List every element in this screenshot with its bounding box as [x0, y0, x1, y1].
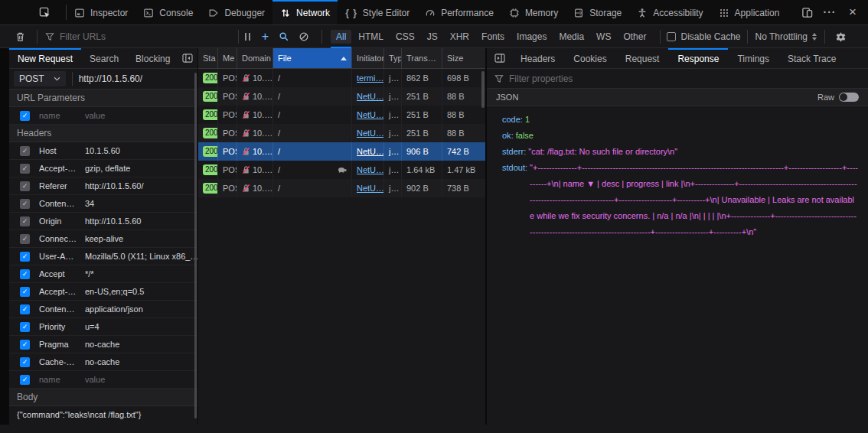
header-value-field[interactable]: no-cache: [85, 357, 197, 366]
header-value-field[interactable]: 10.1.5.60: [85, 146, 197, 155]
checkbox-checked-icon[interactable]: ✓: [20, 287, 30, 297]
tab-accessibility[interactable]: Accessibility: [629, 0, 710, 24]
checkbox-checked-icon[interactable]: ✓: [20, 269, 30, 279]
request-row[interactable]: 200 POST 10.… / NetU… j… 902 B 738 B: [198, 179, 485, 197]
type-filter-pill[interactable]: HTML: [353, 30, 389, 44]
checkbox-checked-icon[interactable]: ✓: [20, 304, 30, 314]
header-name-field[interactable]: Origin: [39, 216, 77, 226]
details-tab[interactable]: Response: [668, 48, 728, 68]
header-value-field[interactable]: no-cache: [85, 340, 197, 349]
checkbox-checked-icon[interactable]: ✓: [20, 216, 30, 226]
tab-debugger[interactable]: Debugger: [201, 0, 272, 24]
clear-requests-icon[interactable]: [11, 28, 29, 46]
responsive-design-icon[interactable]: [798, 3, 816, 21]
body-value-field[interactable]: {"command":"leaks\ncat /flag.txt"}: [9, 406, 197, 424]
checkbox-checked-icon[interactable]: ✓: [20, 164, 30, 174]
initiator-link[interactable]: NetU…: [357, 129, 384, 138]
type-filter-pill[interactable]: XHR: [445, 30, 475, 44]
initiator-link[interactable]: NetU…: [357, 147, 384, 156]
header-name-field[interactable]: Referer: [39, 181, 77, 190]
expand-panel-icon[interactable]: [494, 54, 505, 63]
type-filter-pill[interactable]: Fonts: [476, 30, 510, 44]
column-header[interactable]: Sta: [198, 48, 218, 68]
column-header[interactable]: Me: [218, 48, 237, 68]
header-name-field[interactable]: Accept-…: [39, 287, 77, 296]
header-value-field[interactable]: http://10.1.5.60: [85, 216, 197, 226]
tab-inspector[interactable]: Inspector: [67, 0, 135, 24]
request-panel-tab[interactable]: Search: [81, 48, 127, 68]
type-filter-pill[interactable]: Other: [618, 30, 651, 44]
column-header[interactable]: Domain: [237, 48, 273, 68]
checkbox-checked-icon[interactable]: ✓: [20, 252, 30, 262]
initiator-link[interactable]: NetU…: [357, 92, 384, 101]
request-row[interactable]: 200 POST 10.… / NetU… j… 251 B 88 B: [198, 87, 485, 106]
json-property-row[interactable]: code 1: [502, 112, 859, 128]
method-select[interactable]: POST: [14, 71, 66, 86]
initiator-link[interactable]: NetU…: [357, 110, 384, 119]
type-filter-pill[interactable]: Media: [553, 30, 589, 44]
column-header[interactable]: Size: [442, 48, 486, 68]
type-filter-pill[interactable]: JS: [422, 30, 443, 44]
header-value-field[interactable]: http://10.1.5.60/: [85, 181, 197, 190]
header-value-field[interactable]: value: [85, 375, 197, 384]
param-name-field[interactable]: name: [39, 111, 77, 120]
header-value-field[interactable]: Mozilla/5.0 (X11; Linux x86_…: [85, 252, 197, 261]
disable-cache-checkbox[interactable]: Disable Cache: [661, 31, 746, 42]
request-list-scrollbar[interactable]: [481, 71, 485, 108]
details-tab[interactable]: Request: [616, 48, 669, 68]
column-header[interactable]: File: [273, 48, 352, 68]
meatball-menu-icon[interactable]: ···: [821, 3, 839, 21]
header-value-field[interactable]: en-US,en;q=0.5: [85, 287, 197, 296]
header-name-field[interactable]: Pragma: [39, 340, 77, 349]
collapse-panel-icon[interactable]: [182, 54, 193, 63]
close-devtools-icon[interactable]: ×: [844, 3, 862, 21]
header-value-field[interactable]: gzip, deflate: [85, 164, 197, 173]
header-value-field[interactable]: u=4: [85, 322, 197, 331]
json-property-row[interactable]: stdout "+--------------+----------------…: [502, 160, 859, 240]
tab-console[interactable]: Console: [135, 0, 201, 24]
initiator-link[interactable]: NetU…: [357, 184, 384, 193]
request-row[interactable]: 200 POST 10.… / NetU… j… 906 B 742 B: [198, 142, 485, 161]
details-tab[interactable]: Timings: [728, 48, 778, 68]
column-header[interactable]: Trans…: [402, 48, 442, 68]
throttling-select[interactable]: No Throttling: [748, 31, 824, 42]
tab-network[interactable]: Network: [272, 0, 338, 24]
filter-urls-input[interactable]: Filter URLs: [45, 31, 106, 42]
pause-traffic-icon[interactable]: [239, 33, 256, 41]
tab-style-editor[interactable]: { } Style Editor: [338, 0, 417, 24]
header-name-field[interactable]: Conten…: [39, 199, 77, 208]
url-input[interactable]: http://10.1.5.60/: [79, 73, 142, 84]
request-panel-tab[interactable]: New Request: [9, 48, 81, 68]
tab-storage[interactable]: Storage: [566, 0, 629, 24]
checkbox-checked-icon[interactable]: ✓: [20, 199, 30, 209]
header-name-field[interactable]: Cache-…: [39, 357, 77, 366]
initiator-link[interactable]: NetU…: [357, 165, 384, 174]
header-value-field[interactable]: application/json: [85, 304, 197, 314]
header-name-field[interactable]: Host: [39, 146, 77, 155]
details-tab[interactable]: Stack Trace: [778, 48, 845, 68]
request-row[interactable]: 200 POST 10.… / NetU… j… 1.64 kB 1.47 kB: [198, 161, 485, 179]
raw-toggle[interactable]: [839, 93, 859, 102]
json-property-row[interactable]: stderr "cat: /flag.txt: No such file or …: [502, 144, 859, 160]
details-tab[interactable]: Headers: [511, 48, 564, 68]
header-name-field[interactable]: Accept: [39, 269, 77, 278]
header-value-field[interactable]: keep-alive: [85, 234, 197, 243]
pick-element-icon[interactable]: [35, 3, 54, 21]
checkbox-checked-icon[interactable]: ✓: [20, 375, 30, 385]
header-value-field[interactable]: 34: [85, 199, 197, 208]
type-filter-pill[interactable]: WS: [591, 30, 616, 44]
type-filter-pill[interactable]: CSS: [390, 30, 420, 44]
json-section-bar[interactable]: JSON Raw: [487, 89, 868, 106]
column-header[interactable]: Typ: [384, 48, 402, 68]
checkbox-checked-icon[interactable]: ✓: [20, 181, 30, 191]
request-row[interactable]: 200 POST 10.… / termi… j… 862 B 698 B: [198, 69, 485, 87]
filter-properties-input[interactable]: Filter properties: [487, 69, 868, 89]
body-section-header[interactable]: Body: [9, 389, 197, 406]
block-request-icon[interactable]: [294, 31, 314, 42]
request-panel-scrollbar[interactable]: [194, 73, 197, 418]
checkbox-checked-icon[interactable]: ✓: [20, 322, 30, 332]
checkbox-checked-icon[interactable]: ✓: [20, 234, 30, 244]
column-header[interactable]: Initiator: [352, 48, 384, 68]
tab-application[interactable]: Application: [711, 0, 788, 24]
search-icon[interactable]: [274, 31, 294, 42]
